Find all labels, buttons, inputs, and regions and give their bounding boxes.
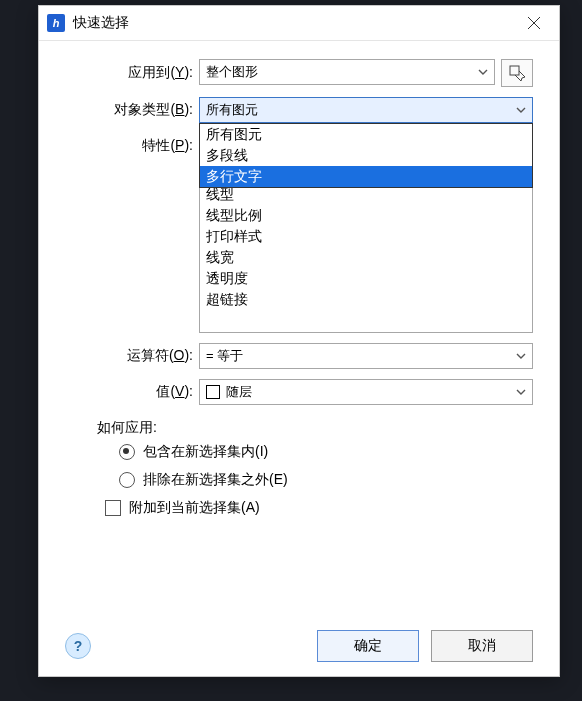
apply-to-label: 应用到(Y):	[65, 64, 199, 82]
titlebar: h 快速选择	[39, 6, 559, 41]
help-button[interactable]: ?	[65, 633, 91, 659]
object-type-option[interactable]: 多段线	[200, 145, 532, 166]
radio-icon	[119, 472, 135, 488]
exclude-label: 排除在新选择集之外(E)	[143, 471, 288, 489]
dialog-body: 应用到(Y): 整个图形 对象类型(B	[39, 41, 559, 676]
ok-button[interactable]: 确定	[317, 630, 419, 662]
quick-select-dialog: h 快速选择 应用到(Y): 整个图形	[38, 5, 560, 677]
chevron-down-icon	[514, 103, 528, 117]
operator-value: = 等于	[206, 347, 243, 365]
value-value: 随层	[226, 383, 252, 401]
object-type-value: 所有图元	[206, 101, 258, 119]
cancel-label: 取消	[468, 637, 496, 655]
close-button[interactable]	[513, 9, 555, 37]
property-item[interactable]: 线型比例	[200, 205, 532, 226]
checkbox-icon	[105, 500, 121, 516]
dialog-title: 快速选择	[73, 14, 513, 32]
cancel-button[interactable]: 取消	[431, 630, 533, 662]
exclude-radio[interactable]: 排除在新选择集之外(E)	[119, 471, 533, 489]
operator-label: 运算符(O):	[65, 347, 199, 365]
property-label: 特性(P):	[65, 133, 199, 155]
operator-combo[interactable]: = 等于	[199, 343, 533, 369]
append-label: 附加到当前选择集(A)	[129, 499, 260, 517]
how-apply-label: 如何应用:	[97, 419, 533, 437]
apply-to-value: 整个图形	[206, 63, 258, 81]
value-combo[interactable]: 随层	[199, 379, 533, 405]
property-item[interactable]: 透明度	[200, 268, 532, 289]
include-radio[interactable]: 包含在新选择集内(I)	[119, 443, 533, 461]
svg-rect-2	[510, 66, 519, 75]
object-type-option[interactable]: 多行文字	[200, 166, 532, 187]
select-objects-icon	[508, 64, 526, 82]
property-item[interactable]: 打印样式	[200, 226, 532, 247]
object-type-option[interactable]: 所有图元	[200, 124, 532, 145]
dialog-footer: ? 确定 取消	[65, 630, 533, 662]
value-label: 值(V):	[65, 383, 199, 401]
radio-icon	[119, 444, 135, 460]
color-swatch-icon	[206, 385, 220, 399]
append-checkbox[interactable]: 附加到当前选择集(A)	[105, 499, 533, 517]
property-item[interactable]: 线宽	[200, 247, 532, 268]
ok-label: 确定	[354, 637, 382, 655]
object-type-combo[interactable]: 所有图元	[199, 97, 533, 123]
chevron-down-icon	[476, 65, 490, 79]
include-label: 包含在新选择集内(I)	[143, 443, 268, 461]
object-type-label: 对象类型(B):	[65, 101, 199, 119]
chevron-down-icon	[514, 349, 528, 363]
pick-objects-button[interactable]	[501, 59, 533, 87]
app-icon: h	[47, 14, 65, 32]
object-type-dropdown[interactable]: 所有图元多段线多行文字	[199, 123, 533, 188]
apply-to-combo[interactable]: 整个图形	[199, 59, 495, 85]
close-icon	[527, 16, 541, 30]
help-icon: ?	[74, 638, 83, 654]
chevron-down-icon	[514, 385, 528, 399]
property-item[interactable]: 超链接	[200, 289, 532, 310]
